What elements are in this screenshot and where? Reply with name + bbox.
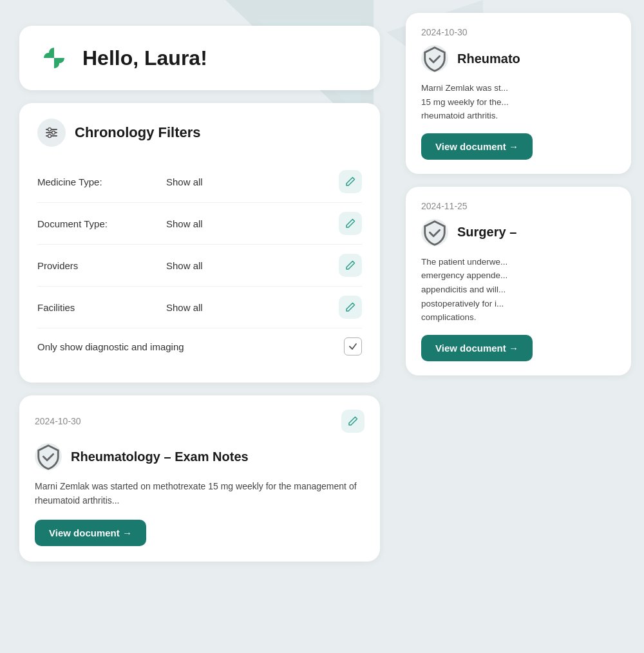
filter-row-medicine: Medicine Type: Show all: [37, 161, 362, 203]
edit-medicine-button[interactable]: [339, 170, 362, 193]
filter-value-medicine: Show all: [166, 176, 339, 187]
edit-providers-button[interactable]: [339, 254, 362, 277]
filter-label-facilities: Facilities: [37, 302, 166, 313]
right-card-1-body: Marni Zemlak was st...15 mg weekly for t…: [421, 81, 616, 123]
filter-value-document: Show all: [166, 218, 339, 229]
right-card-1-view-btn[interactable]: View document →: [421, 133, 533, 160]
right-card-1-title: Rheumato: [457, 52, 520, 66]
filter-label-diagnostic: Only show diagnostic and imaging: [37, 341, 344, 352]
right-card-2-title-row: Surgery –: [421, 219, 616, 246]
edit-document-button[interactable]: [339, 212, 362, 235]
filter-label-providers: Providers: [37, 260, 166, 271]
pencil-icon: [345, 176, 355, 187]
filters-header: Chronology Filters: [37, 118, 362, 147]
check-icon: [348, 342, 357, 351]
doc-title: Rheumatology – Exam Notes: [71, 450, 249, 464]
right-card-1: 2024-10-30 Rheumato Marni Zemlak was st.…: [406, 13, 631, 174]
svg-point-7: [48, 128, 52, 131]
filter-value-facilities: Show all: [166, 302, 339, 313]
right-card-2-date: 2024-11-25: [421, 201, 468, 211]
filter-label-document: Document Type:: [37, 218, 166, 229]
doc-date: 2024-10-30: [35, 416, 81, 426]
view-document-button[interactable]: View document →: [35, 520, 146, 546]
doc-card-header: 2024-10-30: [35, 410, 365, 433]
diagnostic-checkbox[interactable]: [344, 337, 362, 355]
right-panel: 2024-10-30 Rheumato Marni Zemlak was st.…: [399, 0, 644, 653]
svg-point-8: [52, 131, 55, 135]
filter-label-medicine: Medicine Type:: [37, 176, 166, 187]
pencil-icon: [348, 416, 358, 426]
doc-icon-circle: [35, 443, 62, 470]
filter-icon-circle: [37, 118, 66, 147]
right-card-1-title-row: Rheumato: [421, 45, 616, 72]
right-card-1-icon: [421, 45, 448, 72]
filters-card: Chronology Filters Medicine Type: Show a…: [19, 103, 380, 383]
right-card-1-date: 2024-10-30: [421, 27, 468, 37]
shield-check-icon: [421, 219, 448, 246]
filter-row-facilities: Facilities Show all: [37, 287, 362, 328]
greeting-text: Hello, Laura!: [82, 46, 207, 70]
shield-check-icon: [35, 443, 62, 470]
right-card-2-title: Surgery –: [457, 225, 516, 240]
pencil-icon: [345, 302, 355, 312]
doc-body: Marni Zemlak was started on methotrexate…: [35, 479, 365, 508]
filter-row-diagnostic: Only show diagnostic and imaging: [37, 328, 362, 364]
filters-title: Chronology Filters: [75, 124, 201, 141]
filter-row-providers: Providers Show all: [37, 245, 362, 287]
app-logo: [37, 41, 71, 75]
doc-title-row: Rheumatology – Exam Notes: [35, 443, 365, 470]
right-card-2: 2024-11-25 Surgery – The patient underwe…: [406, 187, 631, 375]
edit-facilities-button[interactable]: [339, 296, 362, 319]
pencil-icon: [345, 218, 355, 229]
pencil-icon: [345, 260, 355, 270]
filter-value-providers: Show all: [166, 260, 339, 271]
greeting-card: Hello, Laura!: [19, 26, 380, 90]
svg-point-9: [48, 135, 52, 138]
shield-check-icon: [421, 45, 448, 72]
right-card-2-view-btn[interactable]: View document →: [421, 335, 533, 361]
doc-card-rheumatology: 2024-10-30 Rheumatology – Exam Notes Mar…: [19, 395, 380, 562]
right-card-2-icon: [421, 219, 448, 246]
left-panel: Hello, Laura! Chronology Filters: [0, 0, 399, 653]
right-card-2-body: The patient underwe...emergency appende.…: [421, 255, 616, 325]
edit-doc-button[interactable]: [341, 410, 365, 433]
sliders-icon: [45, 126, 58, 139]
filter-row-document: Document Type: Show all: [37, 203, 362, 245]
